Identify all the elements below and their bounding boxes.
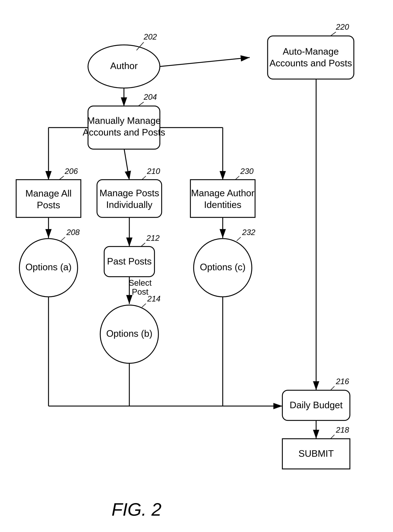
daily-budget-ref: 216 [336, 377, 349, 386]
diagram-container: Author 202 Manually Manage Accounts and … [0, 0, 393, 532]
manage-author-identities-label2: Identities [204, 199, 241, 210]
allposts-ref-line [59, 176, 64, 180]
auto-manage-ref: 220 [336, 22, 349, 31]
options-c-label: Options (c) [200, 262, 246, 272]
manage-posts-individually-node [97, 180, 162, 217]
author-ref: 202 [143, 32, 157, 41]
submit-ref: 218 [336, 425, 349, 434]
past-posts-ref: 212 [146, 234, 159, 242]
manage-posts-individually-label1: Manage Posts [99, 188, 159, 198]
select-post-label1: Select [129, 278, 152, 287]
individually-ref-line [142, 176, 146, 180]
past-posts-label: Past Posts [107, 256, 152, 266]
options-c-ref: 232 [242, 228, 255, 237]
options-b-ref: 214 [147, 294, 160, 303]
manually-manage-label1: Manually Manage [87, 115, 161, 126]
edge-author-automanage [160, 58, 250, 66]
budget-ref-line [330, 386, 334, 390]
manage-all-posts-ref: 206 [64, 167, 78, 176]
submit-label: SUBMIT [299, 448, 334, 459]
auto-manage-node [268, 36, 354, 79]
auto-manage-label1: Auto-Manage [283, 46, 339, 57]
daily-budget-label: Daily Budget [290, 400, 343, 410]
manually-manage-ref: 204 [143, 93, 157, 101]
options-b-label: Options (b) [106, 328, 152, 339]
optionsb-ref-line [142, 304, 146, 307]
manage-author-identities-ref: 230 [240, 167, 254, 176]
auto-manage-label2: Accounts and Posts [270, 58, 352, 68]
manage-all-posts-label1: Manage All [25, 188, 72, 198]
select-post-label2: Post [132, 287, 148, 296]
manually-manage-label2: Accounts and Posts [83, 127, 165, 138]
optionsc-ref-line [237, 237, 241, 241]
authorid-ref-line [235, 176, 239, 180]
manage-author-identities-label1: Manage Author [191, 188, 255, 198]
edge-manually-individually [124, 148, 129, 180]
optionsa-ref-line [61, 237, 65, 241]
auto-ref-line [330, 32, 336, 36]
figure-label: FIG. 2 [112, 499, 162, 519]
author-label: Author [110, 60, 138, 71]
manage-posts-individually-ref: 210 [147, 167, 160, 176]
submit-ref-line [330, 435, 334, 439]
manage-author-identities-node [190, 180, 255, 217]
options-a-label: Options (a) [25, 262, 72, 272]
manage-posts-individually-label2: Individually [106, 199, 152, 210]
manage-all-posts-node [16, 180, 81, 217]
manually-ref-line [138, 102, 144, 106]
options-a-ref: 208 [66, 228, 80, 237]
pastposts-ref-line [141, 243, 145, 246]
manage-all-posts-label2: Posts [37, 200, 60, 210]
